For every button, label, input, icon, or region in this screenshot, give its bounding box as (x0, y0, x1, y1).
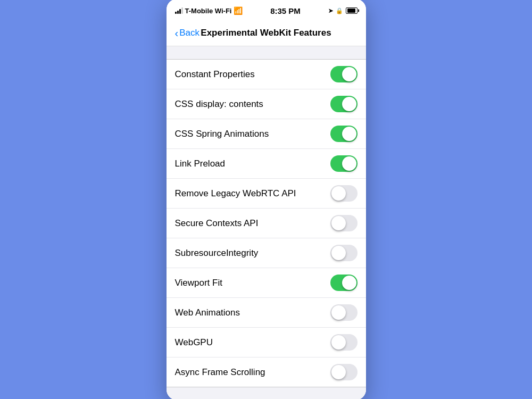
toggle-thumb (342, 67, 356, 81)
status-right: ➤ 🔒 (328, 7, 358, 14)
row-label: Viewport Fit (175, 278, 222, 288)
status-bar: T-Mobile Wi-Fi 📶 8:35 PM ➤ 🔒 (167, 0, 366, 22)
nav-bar: ‹ Back Experimental WebKit Features (167, 22, 366, 46)
toggle-track (330, 96, 358, 112)
bottom-spacer (167, 387, 366, 399)
lock-icon: 🔒 (336, 7, 343, 14)
toggle-6[interactable] (330, 245, 358, 261)
back-button[interactable]: ‹ Back (175, 27, 200, 39)
row-label: SubresourceIntegrity (175, 248, 259, 259)
wifi-icon: 📶 (234, 6, 243, 15)
toggle-track (330, 126, 358, 142)
phone-frame: T-Mobile Wi-Fi 📶 8:35 PM ➤ 🔒 ‹ Back (167, 0, 366, 399)
location-icon: ➤ (328, 7, 333, 14)
carrier-label: T-Mobile Wi-Fi (185, 7, 232, 15)
toggle-thumb (331, 216, 346, 230)
status-time: 8:35 PM (270, 6, 301, 15)
toggle-thumb (342, 97, 356, 111)
toggle-track (330, 155, 358, 172)
settings-group: Constant PropertiesCSS display: contents… (167, 59, 366, 387)
toggle-8[interactable] (330, 304, 358, 321)
toggle-track (330, 66, 358, 82)
toggle-0[interactable] (330, 66, 358, 82)
toggle-thumb (331, 305, 346, 320)
settings-row: CSS Spring Animations (167, 119, 366, 149)
settings-row: Constant Properties (167, 60, 366, 89)
settings-row: Remove Legacy WebRTC API (167, 179, 366, 209)
toggle-10[interactable] (330, 364, 358, 380)
content-area: Constant PropertiesCSS display: contents… (167, 46, 366, 399)
toggle-7[interactable] (330, 275, 358, 291)
toggle-2[interactable] (330, 126, 358, 142)
status-left: T-Mobile Wi-Fi 📶 (175, 6, 243, 15)
toggle-track (330, 364, 358, 380)
battery-icon (346, 7, 358, 14)
toggle-thumb (342, 127, 356, 141)
toggle-track (330, 275, 358, 291)
row-label: Async Frame Scrolling (175, 367, 265, 378)
row-label: Remove Legacy WebRTC API (175, 188, 296, 199)
settings-row: SubresourceIntegrity (167, 238, 366, 268)
toggle-track (330, 245, 358, 261)
row-label: Web Animations (175, 307, 240, 318)
row-label: Secure Contexts API (175, 218, 259, 229)
toggle-track (330, 215, 358, 231)
toggle-thumb (342, 276, 356, 290)
back-chevron-icon: ‹ (175, 27, 179, 39)
toggle-thumb (342, 156, 356, 171)
toggle-4[interactable] (330, 185, 358, 202)
row-label: Link Preload (175, 159, 226, 169)
toggle-thumb (331, 335, 346, 350)
toggle-track (330, 185, 358, 202)
toggle-5[interactable] (330, 215, 358, 231)
settings-row: Async Frame Scrolling (167, 358, 366, 387)
toggle-track (330, 334, 358, 351)
row-label: Constant Properties (175, 69, 255, 80)
page-title: Experimental WebKit Features (201, 28, 331, 38)
signal-bars-icon (175, 7, 183, 14)
settings-row: Link Preload (167, 149, 366, 179)
row-label: CSS display: contents (175, 99, 263, 110)
toggle-3[interactable] (330, 155, 358, 172)
toggle-9[interactable] (330, 334, 358, 351)
top-spacer (167, 46, 366, 59)
row-label: CSS Spring Animations (175, 129, 269, 139)
toggle-thumb (331, 246, 346, 260)
settings-row: Viewport Fit (167, 268, 366, 298)
settings-row: Web Animations (167, 298, 366, 328)
settings-row: Secure Contexts API (167, 209, 366, 238)
toggle-thumb (331, 186, 346, 201)
toggle-track (330, 304, 358, 321)
toggle-thumb (331, 365, 346, 379)
settings-row: CSS display: contents (167, 89, 366, 119)
toggle-1[interactable] (330, 96, 358, 112)
back-label: Back (179, 28, 200, 38)
row-label: WebGPU (175, 337, 213, 348)
settings-row: WebGPU (167, 328, 366, 358)
